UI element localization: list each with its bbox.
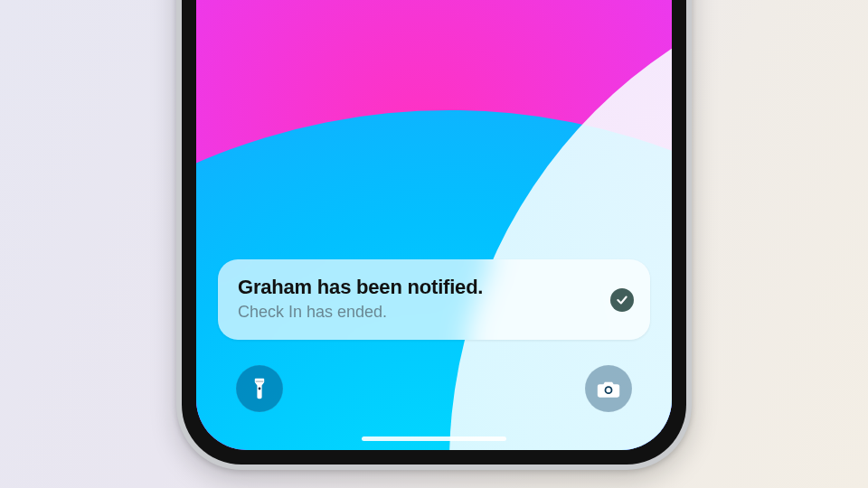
stage: Graham has been notified. Check In has e…: [0, 0, 868, 488]
home-indicator[interactable]: [362, 436, 506, 441]
phone-screen: Graham has been notified. Check In has e…: [196, 0, 672, 450]
phone-frame: Graham has been notified. Check In has e…: [176, 0, 692, 470]
camera-button[interactable]: [585, 365, 632, 412]
svg-point-3: [606, 388, 610, 392]
svg-rect-1: [256, 381, 264, 382]
flashlight-button[interactable]: [236, 365, 283, 412]
notification-title: Graham has been notified.: [238, 276, 592, 299]
flashlight-icon: [250, 377, 269, 400]
notification-subtitle: Check In has ended.: [238, 303, 592, 322]
svg-point-0: [259, 388, 261, 390]
checkin-notification[interactable]: Graham has been notified. Check In has e…: [218, 259, 650, 340]
phone-frame-inner: Graham has been notified. Check In has e…: [182, 0, 686, 465]
camera-icon: [597, 379, 620, 399]
checkmark-icon: [610, 288, 634, 312]
